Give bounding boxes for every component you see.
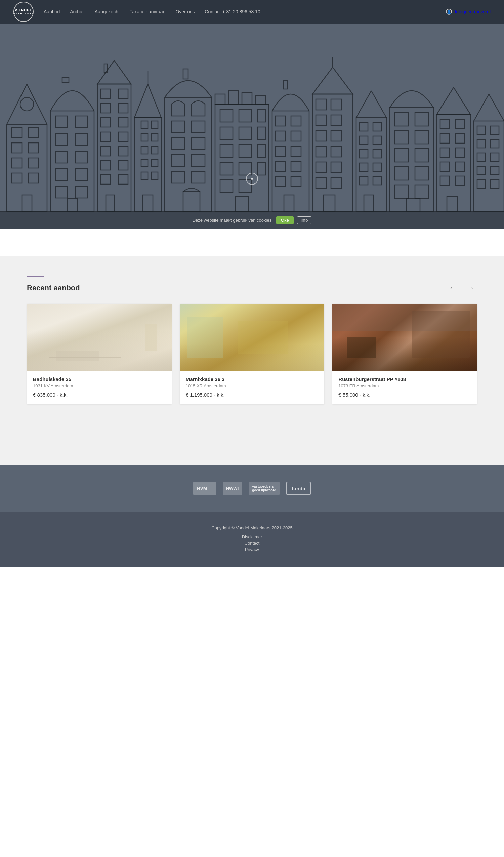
nav-taxatie[interactable]: Taxatie aanvraag (130, 9, 166, 14)
nav-aanbod[interactable]: Aanbod (44, 9, 60, 14)
svg-line-159 (474, 94, 489, 121)
svg-rect-118 (323, 195, 335, 212)
scroll-indicator[interactable]: ▾ (246, 173, 258, 185)
svg-rect-93 (291, 116, 301, 126)
svg-rect-68 (183, 191, 200, 212)
svg-rect-137 (415, 130, 429, 144)
section-header: Recent aanbod ← → (27, 282, 477, 294)
svg-rect-71 (215, 94, 225, 104)
svg-rect-73 (242, 93, 252, 104)
svg-line-1 (7, 84, 27, 124)
svg-rect-124 (359, 136, 368, 145)
svg-marker-146 (437, 87, 470, 114)
svg-rect-170 (490, 180, 499, 188)
svg-rect-17 (55, 134, 67, 146)
svg-line-120 (356, 91, 371, 118)
footer-link-disclaimer[interactable]: Disclaimer (7, 534, 497, 539)
carousel-nav: ← → (446, 282, 477, 294)
prev-arrow[interactable]: ← (446, 282, 459, 294)
spacer-middle (0, 431, 504, 465)
logo[interactable]: VONDEL MAKELAARS (14, 2, 34, 22)
svg-rect-61 (191, 121, 205, 133)
svg-rect-60 (171, 121, 185, 133)
svg-rect-114 (316, 162, 326, 173)
svg-rect-43 (106, 195, 114, 212)
svg-rect-66 (171, 171, 185, 183)
svg-rect-42 (119, 175, 128, 184)
nav-over-ons[interactable]: Over ons (175, 9, 195, 14)
property-price-3: € 55.000,- k.k. (338, 392, 471, 398)
svg-rect-96 (275, 146, 286, 156)
nav-contact[interactable]: Contact + 31 20 896 58 10 (205, 9, 260, 14)
property-info-2: Marnixkade 36 3 1015 XR Amsterdam € 1.19… (180, 371, 324, 404)
svg-rect-156 (455, 176, 465, 186)
footer-partners: NVM |||| NWWI vastgoedcersgoed·tijdwoord… (0, 465, 504, 512)
property-card-2[interactable]: Marnixkade 36 3 1015 XR Amsterdam € 1.19… (180, 304, 324, 404)
header-right: 👤 Inloggen move.nl (446, 9, 490, 15)
svg-rect-100 (275, 177, 286, 186)
svg-rect-167 (477, 166, 486, 175)
svg-rect-115 (331, 162, 342, 173)
svg-rect-56 (151, 172, 158, 180)
buildings-svg (0, 50, 504, 212)
svg-rect-18 (75, 134, 87, 146)
svg-rect-109 (331, 115, 342, 126)
svg-rect-3 (12, 128, 22, 138)
section-divider (27, 276, 44, 277)
svg-rect-19 (55, 151, 67, 163)
svg-rect-144 (406, 198, 420, 212)
next-arrow[interactable]: → (464, 282, 477, 294)
svg-rect-107 (331, 99, 342, 110)
property-card-1[interactable]: Badhuiskade 35 1031 KV Amsterdam € 835.0… (27, 304, 172, 404)
svg-rect-129 (373, 163, 381, 171)
svg-rect-6 (29, 143, 39, 153)
footer-link-contact[interactable]: Contact (7, 541, 497, 546)
partner-logo-vastgoed: vastgoedcersgoed·tijdwoord (249, 482, 280, 495)
svg-rect-79 (239, 127, 252, 140)
user-icon: 👤 (446, 9, 452, 15)
svg-rect-102 (284, 195, 294, 212)
svg-rect-103 (313, 94, 353, 212)
svg-rect-35 (101, 132, 110, 141)
section-title: Recent aanbod (27, 284, 80, 292)
svg-rect-154 (455, 162, 465, 171)
svg-point-11 (20, 98, 34, 111)
svg-rect-133 (390, 107, 434, 212)
cookie-ok-button[interactable]: Oke (276, 216, 294, 224)
svg-rect-151 (440, 148, 450, 157)
property-price-1: € 835.000,- k.k. (33, 392, 166, 398)
svg-rect-64 (171, 155, 185, 166)
svg-rect-94 (275, 131, 286, 141)
svg-rect-123 (373, 123, 381, 131)
svg-rect-63 (191, 138, 205, 150)
svg-rect-89 (235, 197, 249, 212)
cookie-info-button[interactable]: Info (297, 216, 312, 224)
svg-rect-111 (331, 130, 342, 141)
svg-rect-166 (490, 153, 499, 161)
spacer-top (0, 229, 504, 256)
property-info-1: Badhuiskade 35 1031 KV Amsterdam € 835.0… (27, 371, 172, 404)
svg-rect-16 (75, 116, 87, 128)
svg-rect-53 (141, 159, 148, 167)
svg-rect-10 (29, 173, 39, 183)
svg-rect-38 (119, 147, 128, 156)
footer-link-privacy[interactable]: Privacy (7, 547, 497, 552)
svg-rect-155 (440, 176, 450, 186)
svg-rect-5 (12, 143, 22, 153)
svg-rect-76 (239, 109, 252, 122)
svg-rect-33 (101, 118, 110, 127)
svg-rect-4 (29, 128, 39, 138)
nav-aangekocht[interactable]: Aangekocht (95, 9, 120, 14)
property-card-3[interactable]: Rustenburgerstraat PP #108 1073 ER Amste… (332, 304, 477, 404)
property-address-1: Badhuiskade 35 (33, 376, 166, 382)
svg-rect-164 (490, 139, 499, 148)
cookie-message: Deze website maakt gebruik van cookies. (192, 218, 273, 223)
property-image-1 (27, 304, 172, 371)
svg-rect-150 (455, 134, 465, 143)
nav-archief[interactable]: Archief (70, 9, 85, 14)
svg-line-121 (371, 91, 386, 118)
login-link[interactable]: Inloggen move.nl (455, 9, 490, 14)
svg-rect-83 (258, 145, 266, 157)
svg-rect-127 (373, 150, 381, 158)
logo-makelaars: MAKELAARS (13, 13, 34, 15)
